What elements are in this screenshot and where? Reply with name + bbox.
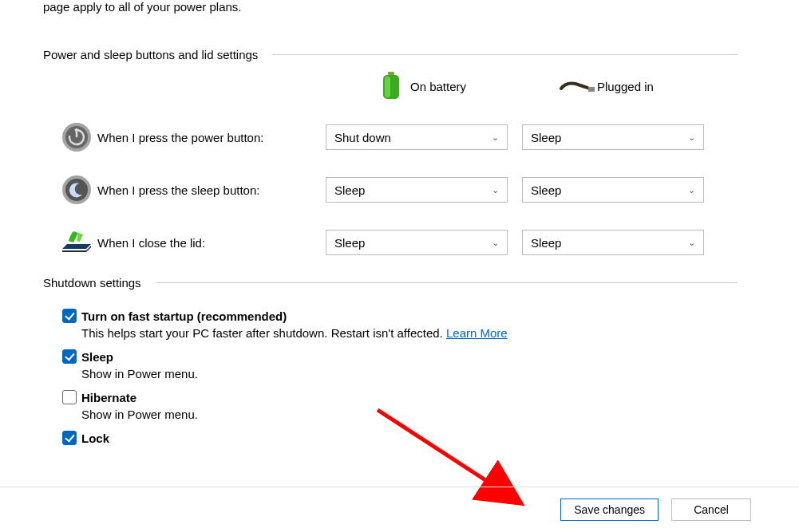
chevron-down-icon: ⌄ <box>688 238 695 248</box>
section-title-power-text: Power and sleep buttons and lid settings <box>43 48 258 61</box>
checkbox-label: Lock <box>81 432 109 445</box>
svg-rect-3 <box>588 87 595 92</box>
section-title-shutdown-text: Shutdown settings <box>43 276 141 290</box>
row-close-lid: When I close the lid: Sleep ⌄ Sleep ⌄ <box>59 228 743 257</box>
checkbox-label: Sleep <box>81 350 113 364</box>
shutdown-item-sleep: Sleep Show in Power menu. <box>62 349 508 380</box>
select-value: Shut down <box>334 131 492 144</box>
shutdown-settings-list: Turn on fast startup (recommended) This … <box>62 309 508 455</box>
checkbox-label: Turn on fast startup (recommended) <box>81 309 287 323</box>
desc-text: This helps start your PC faster after sh… <box>81 326 446 340</box>
select-value: Sleep <box>531 236 688 250</box>
save-changes-button[interactable]: Save changes <box>560 499 659 521</box>
checkbox-label: Hibernate <box>81 391 136 404</box>
power-button-icon <box>59 120 94 155</box>
checkbox-hibernate[interactable] <box>62 390 77 404</box>
select-value: Sleep <box>334 183 492 197</box>
chevron-down-icon: ⌄ <box>492 132 499 143</box>
row-lid-label: When I close the lid: <box>94 236 326 250</box>
select-sleep-battery[interactable]: Sleep ⌄ <box>326 177 508 203</box>
plug-icon <box>559 69 597 104</box>
checkbox-fast-startup[interactable] <box>62 309 77 323</box>
column-header-plugged-label: Plugged in <box>597 80 654 93</box>
row-sleep-button: When I press the sleep button: Sleep ⌄ S… <box>59 175 743 204</box>
column-header-battery-label: On battery <box>410 80 466 93</box>
row-power-button: When I press the power button: Shut down… <box>59 123 743 152</box>
battery-icon <box>372 69 410 104</box>
svg-rect-0 <box>388 72 394 75</box>
section-title-shutdown: Shutdown settings <box>43 276 738 290</box>
hibernate-desc: Show in Power menu. <box>81 408 508 421</box>
close-lid-icon <box>59 225 94 260</box>
select-value: Sleep <box>531 131 688 144</box>
row-sleep-label: When I press the sleep button: <box>94 183 326 197</box>
select-power-battery[interactable]: Shut down ⌄ <box>326 124 508 150</box>
select-power-plugged[interactable]: Sleep ⌄ <box>522 124 704 150</box>
select-sleep-plugged[interactable]: Sleep ⌄ <box>522 177 704 203</box>
section-title-power: Power and sleep buttons and lid settings <box>43 48 738 61</box>
checkbox-sleep[interactable] <box>62 349 77 364</box>
svg-point-9 <box>65 179 88 201</box>
select-lid-plugged[interactable]: Sleep ⌄ <box>522 230 704 255</box>
chevron-down-icon: ⌄ <box>492 238 499 248</box>
chevron-down-icon: ⌄ <box>492 185 499 195</box>
row-power-label: When I press the power button: <box>94 131 326 144</box>
checkbox-lock[interactable] <box>62 431 77 445</box>
select-value: Sleep <box>531 183 688 197</box>
sleep-desc: Show in Power menu. <box>81 367 508 380</box>
column-header-plugged: Plugged in <box>559 69 654 104</box>
intro-fragment: page apply to all of your power plans. <box>43 0 722 14</box>
select-value: Sleep <box>334 236 492 250</box>
learn-more-link[interactable]: Learn More <box>446 326 508 340</box>
shutdown-item-lock: Lock <box>62 431 508 445</box>
rule <box>156 282 738 283</box>
svg-rect-2 <box>385 77 390 97</box>
fast-startup-desc: This helps start your PC faster after sh… <box>81 326 508 340</box>
shutdown-item-hibernate: Hibernate Show in Power menu. <box>62 390 508 421</box>
select-lid-battery[interactable]: Sleep ⌄ <box>326 230 508 255</box>
chevron-down-icon: ⌄ <box>688 132 695 143</box>
rule <box>272 54 738 55</box>
chevron-down-icon: ⌄ <box>688 185 695 195</box>
column-header-battery: On battery <box>372 69 466 104</box>
dialog-footer: Save changes Cancel <box>0 487 799 532</box>
cancel-button[interactable]: Cancel <box>671 499 751 521</box>
sleep-button-icon <box>59 172 94 207</box>
shutdown-item-fast-startup: Turn on fast startup (recommended) This … <box>62 309 508 340</box>
